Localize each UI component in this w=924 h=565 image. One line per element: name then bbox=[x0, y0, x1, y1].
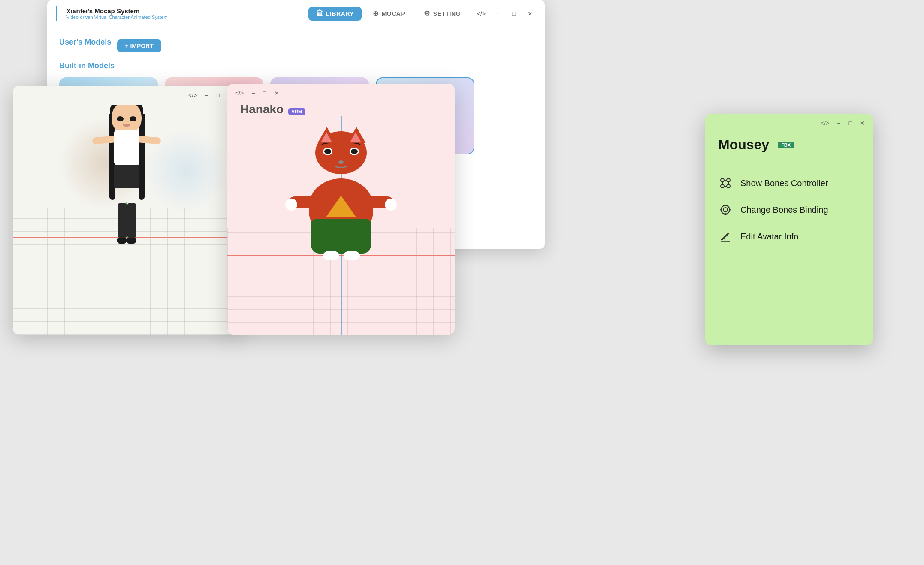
cat-ear-inner-left bbox=[321, 132, 332, 142]
app-subtitle: Video-driven Virtual Character Animated … bbox=[66, 15, 302, 20]
hanako-win-minimize-icon[interactable]: − bbox=[250, 88, 257, 98]
cat-hand-right bbox=[385, 199, 397, 211]
cat-ear-inner-right bbox=[350, 132, 361, 142]
char-window-left: </> − □ ✕ bbox=[13, 86, 240, 335]
svg-point-12 bbox=[720, 209, 722, 211]
char-head bbox=[112, 105, 142, 133]
library-icon: 🏛 bbox=[316, 10, 323, 18]
close-button[interactable]: ✕ bbox=[524, 8, 536, 20]
svg-point-13 bbox=[729, 209, 731, 211]
left-win-code-icon[interactable]: </> bbox=[187, 90, 199, 100]
hanako-name: Hanako bbox=[240, 103, 284, 116]
char-mouth bbox=[123, 124, 130, 127]
left-win-minimize-icon[interactable]: − bbox=[203, 90, 210, 100]
char-titlebar-left: </> − □ ✕ bbox=[13, 86, 240, 105]
change-bones-label: Change Bones Binding bbox=[740, 205, 828, 215]
hanako-title-area: Hanako VRM bbox=[227, 103, 455, 116]
cat-pants bbox=[311, 219, 371, 254]
char-torso bbox=[114, 130, 139, 165]
hanako-win-maximize-icon[interactable]: □ bbox=[261, 88, 268, 98]
nav-setting-button[interactable]: ⚙ SETTING bbox=[416, 6, 468, 21]
edit-avatar-info-item[interactable]: Edit Avatar Info bbox=[718, 223, 860, 250]
cat-eye-left bbox=[323, 148, 332, 155]
main-nav: 🏛 LIBRARY ⊕ MOCAP ⚙ SETTING bbox=[308, 6, 469, 21]
mousey-panel: </> − □ ✕ Mousey FBX Sho bbox=[705, 114, 873, 345]
edit-avatar-icon bbox=[718, 229, 733, 244]
mousey-win-minimize-icon[interactable]: − bbox=[835, 118, 842, 128]
mousey-title-row: Mousey FBX bbox=[718, 137, 860, 153]
builtin-models-label: Built-in Models bbox=[59, 61, 533, 70]
app-title: Xianfei's Mocap System bbox=[66, 7, 302, 15]
cat-foot-right bbox=[344, 251, 360, 260]
char-leg-right bbox=[127, 203, 136, 238]
users-models-label: User's Models bbox=[59, 38, 111, 47]
cat-hand-left bbox=[285, 199, 297, 211]
svg-point-3 bbox=[727, 184, 730, 188]
maximize-button[interactable]: □ bbox=[508, 8, 520, 20]
title-block: Xianfei's Mocap System Video-driven Virt… bbox=[66, 7, 302, 20]
change-bones-binding-item[interactable]: Change Bones Binding bbox=[718, 196, 860, 223]
anime-character-figure bbox=[88, 105, 165, 247]
hanako-win-code-icon[interactable]: </> bbox=[233, 88, 245, 98]
cat-shirt-triangle bbox=[326, 196, 356, 217]
mousey-badge: FBX bbox=[778, 142, 794, 148]
mocap-icon: ⊕ bbox=[373, 9, 379, 18]
left-win-maximize-icon[interactable]: □ bbox=[214, 90, 221, 100]
char-leg-left bbox=[118, 203, 127, 238]
main-window-controls: </> − □ ✕ bbox=[475, 8, 536, 20]
svg-point-10 bbox=[725, 205, 726, 206]
cat-smile bbox=[335, 163, 347, 168]
mousey-win-maximize-icon[interactable]: □ bbox=[847, 118, 854, 128]
edit-avatar-label: Edit Avatar Info bbox=[740, 232, 798, 242]
svg-point-2 bbox=[721, 184, 724, 188]
svg-point-11 bbox=[725, 213, 726, 215]
show-bones-icon bbox=[718, 176, 733, 190]
svg-point-1 bbox=[727, 178, 730, 182]
cat-character-hanako bbox=[285, 131, 397, 260]
hanako-win-close-icon[interactable]: ✕ bbox=[272, 88, 281, 98]
char-eye-left bbox=[117, 116, 124, 121]
code-button[interactable]: </> bbox=[475, 8, 487, 20]
svg-point-0 bbox=[721, 178, 724, 182]
nav-library-button[interactable]: 🏛 LIBRARY bbox=[308, 7, 362, 21]
char-foot-left bbox=[117, 238, 127, 244]
show-bones-controller-item[interactable]: Show Bones Controller bbox=[718, 170, 860, 196]
mousey-titlebar: </> − □ ✕ bbox=[705, 114, 873, 133]
char-eye-right bbox=[130, 116, 136, 121]
change-bones-icon bbox=[718, 202, 733, 217]
mousey-content: Mousey FBX Show Bones Controller bbox=[705, 137, 873, 250]
minimize-button[interactable]: − bbox=[492, 8, 504, 20]
show-bones-label: Show Bones Controller bbox=[740, 178, 828, 188]
import-button[interactable]: + IMPORT bbox=[117, 39, 161, 52]
title-accent-bar bbox=[56, 6, 57, 21]
left-char-viewport bbox=[13, 105, 240, 335]
cat-foot-left bbox=[323, 251, 339, 260]
svg-point-9 bbox=[723, 208, 728, 212]
char-window-hanako: </> − □ ✕ Hanako VRM bbox=[227, 84, 455, 335]
nav-mocap-button[interactable]: ⊕ MOCAP bbox=[365, 6, 413, 21]
char-body bbox=[88, 105, 165, 247]
hanako-badge: VRM bbox=[288, 108, 305, 115]
mousey-win-close-icon[interactable]: ✕ bbox=[858, 118, 867, 128]
char-pants bbox=[114, 165, 139, 188]
hanako-titlebar: </> − □ ✕ bbox=[227, 84, 455, 103]
main-titlebar: Xianfei's Mocap System Video-driven Virt… bbox=[47, 0, 545, 27]
setting-icon: ⚙ bbox=[424, 9, 430, 18]
svg-point-8 bbox=[721, 205, 730, 214]
char-foot-right bbox=[127, 238, 136, 244]
mousey-win-code-icon[interactable]: </> bbox=[819, 118, 831, 128]
hanako-viewport bbox=[227, 116, 455, 335]
cat-eye-right bbox=[350, 148, 359, 155]
char-hair-strand-right bbox=[139, 114, 145, 200]
mousey-name: Mousey bbox=[718, 137, 769, 153]
